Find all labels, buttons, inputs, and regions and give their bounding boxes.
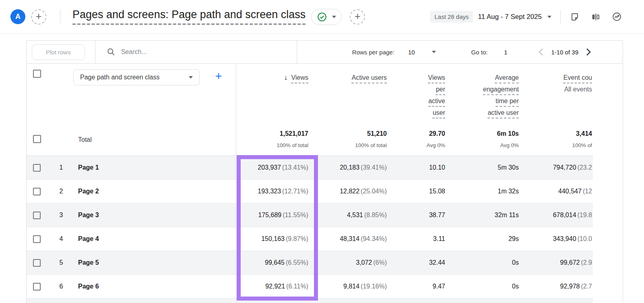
toolbar-divider xyxy=(297,41,297,63)
page-name: Page 1 xyxy=(78,164,99,171)
cell-active-users: 9,814(19.16%) xyxy=(310,283,387,290)
table-row[interactable]: 5 Page 5 99,645(6.55%) 3,072(6%) 32.44 0… xyxy=(27,251,593,275)
row-index: 1 xyxy=(57,164,66,171)
cell-active-users: 48,314(94.34%) xyxy=(310,235,387,243)
page-name: Page 2 xyxy=(78,188,99,195)
plus-icon: + xyxy=(36,11,42,21)
cell-event-count: 92,978(2.7 xyxy=(516,283,592,290)
row-index: 5 xyxy=(57,259,66,266)
cell-views-per-user: 10.10 xyxy=(391,164,445,171)
top-app-bar: A + Pages and screens: Page path and scr… xyxy=(0,0,644,34)
chevron-down-icon[interactable] xyxy=(547,16,551,18)
total-label: Total xyxy=(78,136,92,143)
select-all-checkbox[interactable] xyxy=(33,135,41,143)
date-preset-badge: Last 28 days xyxy=(430,11,473,23)
column-divider xyxy=(236,64,236,303)
note-icon xyxy=(570,12,580,22)
check-circle-icon xyxy=(317,12,327,22)
chevron-right-icon xyxy=(586,48,591,56)
add-report-button[interactable]: + xyxy=(31,9,46,25)
topbar-divider xyxy=(60,9,60,25)
row-checkbox[interactable] xyxy=(33,164,41,172)
avatar[interactable]: A xyxy=(10,9,25,24)
dimension-label: Page path and screen class xyxy=(80,74,159,81)
table-header: Page path and screen class + ↓Views Acti… xyxy=(27,64,593,125)
cell-active-users: 12,822(25.04%) xyxy=(310,188,387,195)
column-header-avg-engagement-time[interactable]: Average engagement time per active user xyxy=(479,72,519,118)
table-row[interactable]: 3 Page 3 175,689(11.55%) 4,531(8.85%) 38… xyxy=(27,203,593,227)
plot-rows-button[interactable]: Plot rows xyxy=(32,44,85,60)
row-checkbox[interactable] xyxy=(33,283,41,291)
cell-views: 203,937(13.41%) xyxy=(232,164,308,171)
approval-status-button[interactable] xyxy=(311,9,342,25)
total-event-count: 3,414100% of xyxy=(516,130,592,148)
cell-avg-engagement: 32m 11s xyxy=(451,212,519,219)
rows-per-page-select[interactable]: 10 xyxy=(408,49,415,56)
toolbar-divider xyxy=(95,41,95,63)
cell-views: 92,921(6.11%) xyxy=(232,283,308,290)
table-row[interactable]: 1 Page 1 203,937(13.41%) 20,183(39.41%) … xyxy=(27,156,593,180)
cell-event-count: 440,547(12 xyxy=(516,188,592,195)
row-checkbox[interactable] xyxy=(33,212,41,219)
search-icon xyxy=(107,48,116,56)
total-views-per-user: 29.70Avg 0% xyxy=(391,130,445,148)
total-views: 1,521,017100% of total xyxy=(232,130,308,148)
cell-views-per-user: 32.44 xyxy=(391,259,445,266)
rows-per-page-label: Rows per page: xyxy=(352,49,394,56)
total-row: Total 1,521,017100% of total 51,210100% … xyxy=(27,125,593,156)
report-card: Plot rows Rows per page: 10 Go to: 1-10 … xyxy=(26,40,623,303)
date-range-selector[interactable]: 11 Aug - 7 Sept 2025 xyxy=(478,13,542,21)
total-avg-engagement: 6m 10sAvg 0% xyxy=(451,130,519,148)
chevron-down-icon[interactable] xyxy=(432,51,436,53)
column-header-views-per-active-user[interactable]: Views per active user xyxy=(420,72,445,118)
row-index: 3 xyxy=(57,212,66,219)
select-all-checkbox[interactable] xyxy=(33,70,41,78)
cell-avg-engagement: 29s xyxy=(451,235,519,243)
cell-views-per-user: 15.08 xyxy=(391,188,445,195)
table-toolbar: Plot rows Rows per page: 10 Go to: 1-10 … xyxy=(27,41,623,64)
table-row[interactable]: 2 Page 2 193,323(12.71%) 12,822(25.04%) … xyxy=(27,180,593,203)
cell-event-count: 99,672(2.9 xyxy=(516,259,592,266)
page-title[interactable]: Pages and screens: Page path and screen … xyxy=(72,8,305,25)
add-tab-button[interactable]: + xyxy=(350,9,365,25)
goto-label: Go to: xyxy=(471,49,488,56)
comparison-button[interactable] xyxy=(590,12,601,22)
insights-button[interactable] xyxy=(611,12,622,22)
cell-views-per-user: 38.77 xyxy=(391,212,445,219)
event-count-subtitle: All events xyxy=(520,83,592,95)
total-active-users: 51,210100% of total xyxy=(310,130,387,148)
table-row[interactable]: 4 Page 4 150,163(9.87%) 48,314(94.34%) 3… xyxy=(27,227,593,251)
chevron-down-icon xyxy=(332,16,336,18)
pagination-controls: Rows per page: 10 Go to: 1-10 of 39 xyxy=(352,48,623,56)
insights-icon xyxy=(612,12,622,22)
row-checkbox[interactable] xyxy=(33,259,41,267)
partial-next-row xyxy=(27,299,593,303)
table-body: 1 Page 1 203,937(13.41%) 20,183(39.41%) … xyxy=(27,156,593,303)
dimension-selector[interactable]: Page path and screen class xyxy=(73,69,200,85)
cell-avg-engagement: 5m 30s xyxy=(451,164,519,171)
add-metric-button[interactable]: + xyxy=(213,71,225,82)
chevron-left-icon xyxy=(538,48,544,56)
cell-views: 99,645(6.55%) xyxy=(232,259,308,266)
row-index: 2 xyxy=(57,188,66,195)
row-checkbox[interactable] xyxy=(33,235,41,243)
row-index: 4 xyxy=(57,235,66,243)
prev-page-button[interactable] xyxy=(538,48,544,56)
search-input[interactable] xyxy=(121,48,242,56)
cell-active-users: 20,183(39.41%) xyxy=(310,164,387,171)
goto-page-input[interactable] xyxy=(498,49,513,56)
chevron-down-icon xyxy=(189,76,193,79)
notes-button[interactable] xyxy=(570,12,580,22)
page-name: Page 4 xyxy=(78,235,99,243)
column-header-views[interactable]: ↓Views xyxy=(236,72,308,83)
cell-avg-engagement: 0s xyxy=(451,283,519,290)
column-header-active-users[interactable]: Active users xyxy=(314,72,387,83)
table-row[interactable]: 6 Page 6 92,921(6.11%) 9,814(19.16%) 9.4… xyxy=(27,275,593,299)
cell-event-count: 343,940(10.0 xyxy=(516,235,592,243)
row-checkbox[interactable] xyxy=(33,188,41,195)
cell-views: 175,689(11.55%) xyxy=(232,212,308,219)
next-page-button[interactable] xyxy=(586,48,591,56)
cell-active-users: 4,531(8.85%) xyxy=(310,212,387,219)
column-header-event-count[interactable]: Event cou All events xyxy=(520,72,592,95)
cell-views-per-user: 3.11 xyxy=(391,235,445,243)
